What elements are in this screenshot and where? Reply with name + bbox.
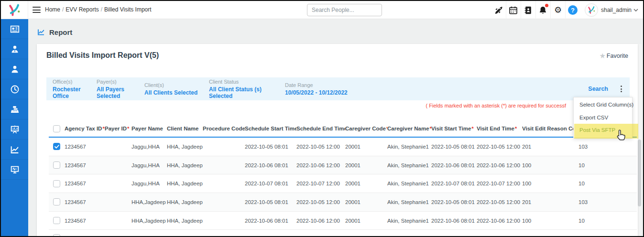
cell: 1234567 xyxy=(65,181,105,186)
cell: Akin, Stephanie1 xyxy=(387,181,431,186)
line-chart-icon xyxy=(10,144,20,155)
cell: 1234567 xyxy=(65,199,105,205)
column-header: Visit End Time* xyxy=(477,126,522,131)
filter-value[interactable]: 10/05/2022 - 10/12/2022 xyxy=(285,89,395,96)
table-row: 1234567HHA,JagdeepHHA, Jagdeep2022-10-06… xyxy=(49,212,637,230)
breadcrumb-item[interactable]: EVV Reports xyxy=(65,6,98,13)
favorite-button[interactable]: ★ Favorite xyxy=(599,52,628,60)
contacts-icon[interactable] xyxy=(521,1,535,19)
cell: HHA, Jagdeep xyxy=(167,181,203,186)
cell: 201 xyxy=(522,144,579,150)
username[interactable]: shail_admin xyxy=(601,7,632,13)
filter-value[interactable]: All Client Status (s) Selected xyxy=(209,86,285,99)
cell: 2022-10-06 08:01 xyxy=(245,218,296,224)
chevron-down-icon[interactable] xyxy=(633,9,638,12)
cell: 1234567 xyxy=(65,218,105,224)
cell: 2022-10-06 12:00 xyxy=(477,162,522,168)
filter-label: Payer(s) xyxy=(97,79,144,85)
app-window: Home/EVV Reports/Billed Visits Import xyxy=(0,0,644,237)
cell: 2022-10-06 12:00 xyxy=(296,218,345,224)
row-checkbox[interactable] xyxy=(53,180,60,187)
sidebar-item-dashboard[interactable] xyxy=(1,19,28,39)
app-logo[interactable] xyxy=(1,1,28,19)
person-icon xyxy=(10,64,20,75)
select-all-checkbox[interactable] xyxy=(53,125,60,132)
required-fields-note: ( Fields marked with an asterisk (*) are… xyxy=(426,103,566,108)
cell: 10 xyxy=(579,181,637,186)
presentation-chart-icon xyxy=(10,124,20,135)
column-header: Caregiver Code* xyxy=(345,126,387,131)
cell: 2022-10-07 08:01 xyxy=(431,181,477,186)
row-checkbox[interactable] xyxy=(53,234,60,237)
kebab-menu-icon[interactable] xyxy=(619,84,624,94)
menu-item-post-via-sftp[interactable]: Post Via SFTP xyxy=(574,124,632,137)
filter-label: Office(s) xyxy=(53,79,97,85)
cell: HHA, Jagdeep xyxy=(167,218,203,224)
sidebar-item-monitoring[interactable] xyxy=(1,160,28,180)
filter-client-status: Client StatusAll Client Status (s) Selec… xyxy=(209,79,285,99)
table-row: 1234567Jaggu,HHAHHA, Jagdeep2022-10-06 0… xyxy=(49,156,637,175)
row-checkbox[interactable] xyxy=(53,162,60,169)
menu-toggle-icon[interactable] xyxy=(33,7,41,15)
table-header-row: Agency Tax ID*Payer ID*Payer NameClient … xyxy=(49,120,637,138)
topbar-actions: ⚙ ? shail_admin xyxy=(491,1,640,19)
scrollbar-thumb[interactable] xyxy=(638,140,641,206)
breadcrumb-item[interactable]: Home xyxy=(45,6,60,13)
row-checkbox[interactable] xyxy=(53,217,60,224)
column-header: Visit Start Time* xyxy=(431,126,477,131)
sidebar-item-caregivers[interactable] xyxy=(1,39,28,59)
cell: 1234567 xyxy=(65,144,105,150)
required-asterisk: * xyxy=(515,126,517,131)
cell: 2022-10-06 08:01 xyxy=(431,218,477,224)
sidebar-item-clients[interactable] xyxy=(1,59,28,79)
user-avatar[interactable] xyxy=(585,3,598,17)
sidebar-item-billing[interactable] xyxy=(1,99,28,119)
help-icon[interactable]: ? xyxy=(565,1,580,19)
cell: 100 xyxy=(522,162,579,168)
calendar-icon[interactable] xyxy=(506,1,521,19)
filter-value[interactable]: All Payers Selected xyxy=(97,86,144,99)
cell: 103 xyxy=(579,199,637,205)
breadcrumb-item[interactable]: Billed Visits Import xyxy=(104,6,151,13)
breadcrumb: Home/EVV Reports/Billed Visits Import xyxy=(45,6,152,13)
cell: 2022-10-05 12:00 xyxy=(296,144,345,150)
cell: 2022-10-05 12:00 xyxy=(477,199,522,205)
settings-icon[interactable]: ⚙ xyxy=(550,1,565,19)
cell: 20001 xyxy=(345,144,387,150)
cell: 20001 xyxy=(345,199,387,205)
filter-value[interactable]: Rochester Office xyxy=(53,86,97,99)
cash-register-icon xyxy=(10,104,20,115)
sidebar-item-reports[interactable] xyxy=(1,140,28,160)
rocket-icon[interactable] xyxy=(491,1,506,19)
cell: 2022-10-06 12:00 xyxy=(296,162,345,168)
search-input[interactable] xyxy=(307,7,388,13)
column-header: Schedule Start Time* xyxy=(245,126,296,131)
row-checkbox[interactable] xyxy=(53,198,60,205)
menu-item-select-grid-column-s-[interactable]: Select Grid Column(s) xyxy=(574,98,632,111)
sidebar-item-schedule[interactable] xyxy=(1,79,28,99)
vertical-scrollbar[interactable] xyxy=(637,44,642,236)
search-button[interactable]: Search xyxy=(588,86,608,92)
favorite-label: Favorite xyxy=(607,53,628,59)
notifications-icon[interactable] xyxy=(535,1,550,19)
cell: 20001 xyxy=(345,218,387,224)
cell: 2022-10-07 12:00 xyxy=(477,181,522,186)
cell: 201 xyxy=(522,199,579,205)
cell: Akin, Stephanie1 xyxy=(387,162,431,168)
clock-icon xyxy=(10,84,20,95)
table-row: 1234567HHA,JagdeepHHA, Jagdeep2022-10-05… xyxy=(49,193,637,212)
filter-value[interactable]: All Clients Selected xyxy=(144,89,209,96)
cell: 100 xyxy=(522,181,579,186)
sidebar-item-presentations[interactable] xyxy=(1,119,28,140)
report-actions-menu: Select Grid Column(s)Export CSVPost Via … xyxy=(573,97,633,138)
column-header: Payer ID* xyxy=(105,126,131,131)
menu-item-export-csv[interactable]: Export CSV xyxy=(574,111,632,124)
cell: HHA,Jagdeep xyxy=(131,218,167,224)
row-checkbox[interactable] xyxy=(53,143,60,150)
billed-visits-table: Agency Tax ID*Payer ID*Payer NameClient … xyxy=(49,120,637,237)
cell: Jaggu,HHA xyxy=(131,162,167,168)
cell: 2022-10-05 08:01 xyxy=(245,199,296,205)
person-tie-icon xyxy=(10,44,20,54)
cell: Akin, Stephanie1 xyxy=(387,199,431,205)
table-row: 1234567Jaggu,HHAHHA, Jagdeep2022-10-05 0… xyxy=(49,138,637,156)
